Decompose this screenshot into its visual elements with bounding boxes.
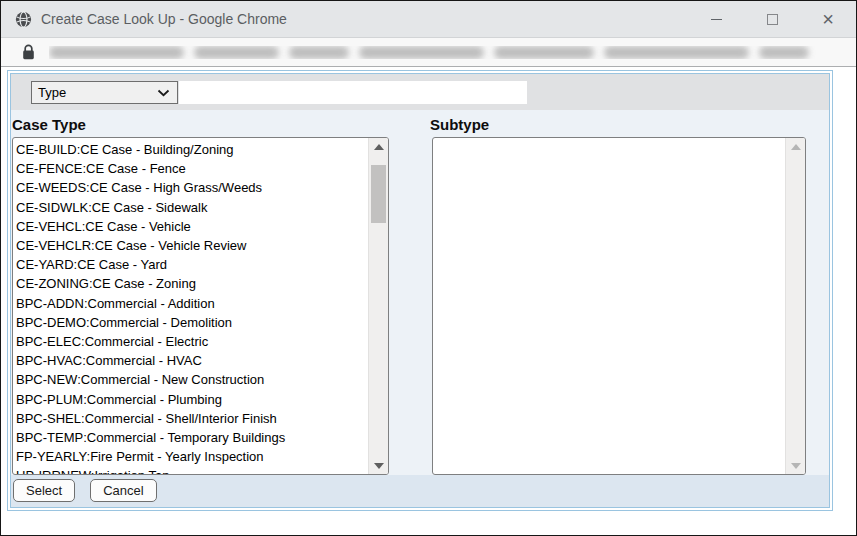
case-type-options: CE-BUILD:CE Case - Building/ZoningCE-FEN…	[13, 138, 388, 475]
lock-icon[interactable]	[22, 44, 35, 60]
window-title: Create Case Look Up - Google Chrome	[41, 11, 287, 27]
search-by-dropdown[interactable]: Type	[31, 81, 178, 104]
list-item[interactable]: BPC-PLUM:Commercial - Plumbing	[16, 390, 366, 409]
window-controls: ×	[688, 1, 856, 37]
maximize-button[interactable]	[744, 1, 800, 37]
subtype-listbox[interactable]	[432, 137, 806, 475]
list-item[interactable]: BPC-DEMO:Commercial - Demolition	[16, 313, 366, 332]
close-icon: ×	[822, 9, 834, 29]
redacted-url-segment	[759, 46, 809, 59]
maximize-icon	[767, 14, 778, 25]
content-frame-inner: Type Case Type Subtype	[10, 73, 830, 508]
scrollbar-thumb[interactable]	[371, 165, 386, 223]
page-body: Type Case Type Subtype	[1, 67, 856, 533]
cancel-button[interactable]: Cancel	[90, 479, 156, 502]
panel-lists: CE-BUILD:CE Case - Building/ZoningCE-FEN…	[11, 137, 829, 475]
scroll-down-button[interactable]	[786, 457, 805, 474]
address-bar	[1, 38, 856, 67]
lookup-panels: Case Type Subtype CE-BUILD:CE Case - Bui…	[11, 110, 829, 507]
triangle-up-icon	[374, 144, 384, 150]
triangle-up-icon	[791, 144, 801, 150]
scroll-up-button[interactable]	[369, 138, 388, 155]
redacted-url-text	[49, 46, 836, 59]
title-bar: Create Case Look Up - Google Chrome ×	[1, 1, 856, 38]
redacted-url-segment	[359, 46, 484, 59]
search-input[interactable]	[179, 81, 527, 104]
search-by-dropdown-value: Type	[38, 85, 66, 100]
list-item[interactable]: CE-VEHCLR:CE Case - Vehicle Review	[16, 236, 366, 255]
list-item[interactable]: BPC-HVAC:Commercial - HVAC	[16, 351, 366, 370]
select-button[interactable]: Select	[13, 479, 75, 502]
globe-icon	[15, 11, 32, 28]
chevron-down-icon	[157, 89, 170, 97]
list-item[interactable]: CE-ZONING:CE Case - Zoning	[16, 274, 366, 293]
list-item[interactable]: BPC-ELEC:Commercial - Electric	[16, 332, 366, 351]
list-item[interactable]: CE-FENCE:CE Case - Fence	[16, 159, 366, 178]
redacted-url-segment	[494, 46, 594, 59]
popup-window: Create Case Look Up - Google Chrome ×	[0, 0, 857, 536]
triangle-down-icon	[374, 463, 384, 469]
list-item[interactable]: BPC-NEW:Commercial - New Construction	[16, 370, 366, 389]
close-button[interactable]: ×	[800, 1, 856, 37]
case-type-listbox[interactable]: CE-BUILD:CE Case - Building/ZoningCE-FEN…	[12, 137, 389, 475]
subtype-options	[433, 138, 805, 140]
list-item[interactable]: CE-WEEDS:CE Case - High Grass/Weeds	[16, 178, 366, 197]
redacted-url-segment	[49, 46, 184, 59]
list-item[interactable]: FP-YEARLY:Fire Permit - Yearly Inspectio…	[16, 447, 366, 466]
list-item[interactable]: UP-IRRNEW:Irrigation Tap	[16, 466, 366, 475]
list-item[interactable]: CE-BUILD:CE Case - Building/Zoning	[16, 140, 366, 159]
minimize-icon	[711, 19, 722, 20]
redacted-url-segment	[604, 46, 749, 59]
panel-headers: Case Type Subtype	[11, 110, 829, 137]
subtype-scrollbar[interactable]	[785, 138, 805, 474]
filter-bar: Type	[11, 74, 829, 110]
list-item[interactable]: CE-SIDWLK:CE Case - Sidewalk	[16, 198, 366, 217]
list-item[interactable]: CE-YARD:CE Case - Yard	[16, 255, 366, 274]
action-bar: Select Cancel	[11, 475, 829, 507]
content-frame: Type Case Type Subtype	[7, 70, 833, 511]
list-item[interactable]: BPC-ADDN:Commercial - Addition	[16, 294, 366, 313]
scroll-down-button[interactable]	[369, 457, 388, 474]
redacted-url-segment	[194, 46, 279, 59]
case-type-header: Case Type	[12, 116, 430, 133]
subtype-header: Subtype	[430, 116, 489, 133]
list-item[interactable]: CE-VEHCL:CE Case - Vehicle	[16, 217, 366, 236]
redacted-url-segment	[289, 46, 349, 59]
list-item[interactable]: BPC-TEMP:Commercial - Temporary Building…	[16, 428, 366, 447]
triangle-down-icon	[791, 463, 801, 469]
minimize-button[interactable]	[688, 1, 744, 37]
scroll-up-button[interactable]	[786, 138, 805, 155]
case-type-scrollbar[interactable]	[368, 138, 388, 474]
list-item[interactable]: BPC-SHEL:Commercial - Shell/Interior Fin…	[16, 409, 366, 428]
